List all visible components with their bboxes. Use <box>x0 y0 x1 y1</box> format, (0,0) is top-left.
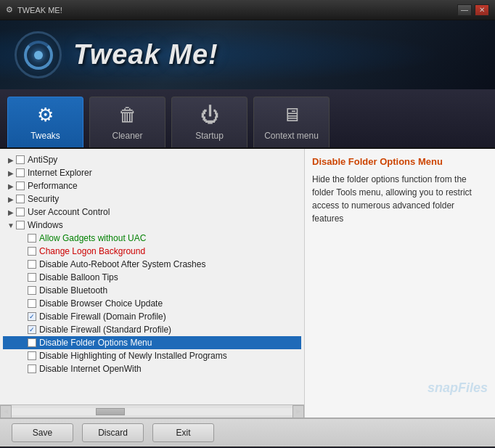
scroll-right-btn[interactable]: ▶ <box>292 405 304 418</box>
checkbox[interactable] <box>28 286 36 295</box>
checkbox[interactable] <box>28 234 36 243</box>
checkbox[interactable] <box>16 195 25 203</box>
checkbox[interactable] <box>28 299 36 308</box>
tree-item-security[interactable]: ▶Security <box>3 192 301 205</box>
tree-scroll[interactable]: ▶AntiSpy▶Internet Explorer▶Performance▶S… <box>0 149 304 404</box>
checkbox[interactable] <box>28 351 36 360</box>
expand-icon <box>17 285 28 296</box>
tree-item-disable-bluetooth[interactable]: Disable Bluetooth <box>3 284 301 297</box>
tree-item-label: AntiSpy <box>28 155 57 165</box>
tree-item-label: Disable Firewall (Domain Profile) <box>39 311 166 322</box>
expand-icon: ▼ <box>6 220 16 230</box>
tree-item-label: Disable Firewall (Standard Profile) <box>39 325 171 335</box>
expand-icon <box>17 246 28 256</box>
checkbox[interactable] <box>16 168 25 177</box>
snapfiles-watermark: snapFiles <box>428 380 488 396</box>
context-icon: 🖥 <box>282 104 301 126</box>
expand-icon <box>17 364 28 374</box>
minimize-button[interactable]: — <box>457 4 472 16</box>
tree-item-disable-firewall-standard[interactable]: Disable Firewall (Standard Profile) <box>3 323 301 336</box>
checkbox[interactable] <box>16 155 25 164</box>
tree-item-allow-gadgets[interactable]: Allow Gadgets without UAC <box>3 232 301 245</box>
tweaks-icon: ⚙ <box>37 104 54 126</box>
description-title: Disable Folder Options Menu <box>312 156 488 167</box>
tree-item-change-logon[interactable]: Change Logon Background <box>3 245 301 258</box>
titlebar-controls: — ✕ <box>457 4 489 16</box>
titlebar-title: TWEAK ME! <box>17 6 62 15</box>
tab-cleaner-label: Cleaner <box>112 131 142 141</box>
tree-item-label: Disable Internet OpenWith <box>39 364 142 374</box>
tree-item-disable-browser-choice[interactable]: Disable Browser Choice Update <box>3 297 301 310</box>
expand-icon: ▶ <box>6 155 16 165</box>
app-icon: ⚙ <box>6 5 13 15</box>
expand-icon: ▶ <box>6 194 16 204</box>
checkbox[interactable] <box>16 182 25 190</box>
tree-item-label: Disable Highlighting of Newly Installed … <box>39 351 227 361</box>
description-panel: Disable Folder Options Menu Hide the fol… <box>305 149 495 418</box>
tree-panel: ▶AntiSpy▶Internet Explorer▶Performance▶S… <box>0 149 305 418</box>
checkbox[interactable] <box>28 273 36 282</box>
tab-context-menu[interactable]: 🖥 Context menu <box>253 97 330 147</box>
tree-item-disable-highlighting[interactable]: Disable Highlighting of Newly Installed … <box>3 349 301 362</box>
tree-item-label: Windows <box>28 220 63 230</box>
checkbox[interactable] <box>28 364 36 373</box>
tree-item-windows[interactable]: ▼Windows <box>3 219 301 232</box>
description-text: Hide the folder options function from th… <box>312 173 488 225</box>
tab-startup-label: Startup <box>195 131 224 141</box>
titlebar: ⚙ TWEAK ME! — ✕ <box>0 0 495 20</box>
tree-item-disable-autoreboot[interactable]: Disable Auto-Reboot After System Crashes <box>3 258 301 271</box>
tab-cleaner[interactable]: 🗑 Cleaner <box>89 97 165 147</box>
cleaner-icon: 🗑 <box>118 104 137 126</box>
logo-inner <box>24 41 53 70</box>
tree-item-label: User Account Control <box>28 207 110 217</box>
save-button[interactable]: Save <box>12 423 73 442</box>
horizontal-scrollbar[interactable]: ◀ ▶ <box>0 404 304 418</box>
tab-startup[interactable]: ⏻ Startup <box>171 97 248 147</box>
tree-item-disable-firewall-domain[interactable]: Disable Firewall (Domain Profile) <box>3 310 301 323</box>
expand-icon <box>17 233 28 243</box>
expand-icon <box>17 298 28 309</box>
expand-icon <box>17 311 28 322</box>
tree-item-label: Disable Folder Options Menu <box>39 338 152 348</box>
tab-tweaks-label: Tweaks <box>30 131 60 141</box>
checkbox[interactable] <box>16 221 25 229</box>
tree-item-uac[interactable]: ▶User Account Control <box>3 205 301 219</box>
tree-item-ie[interactable]: ▶Internet Explorer <box>3 166 301 179</box>
checkbox[interactable] <box>28 338 36 347</box>
scroll-track[interactable] <box>12 408 292 415</box>
tree-item-label: Security <box>28 194 59 204</box>
checkbox[interactable] <box>28 312 36 321</box>
expand-icon <box>17 259 28 269</box>
tree-item-disable-folder-options[interactable]: Disable Folder Options Menu <box>3 336 301 349</box>
exit-button[interactable]: Exit <box>152 423 214 442</box>
expand-icon <box>17 272 28 282</box>
checkbox[interactable] <box>16 208 25 216</box>
checkbox[interactable] <box>28 325 36 334</box>
startup-icon: ⏻ <box>200 104 219 126</box>
titlebar-left: ⚙ TWEAK ME! <box>6 5 62 15</box>
checkbox[interactable] <box>28 260 36 269</box>
footer-buttons: Save Discard Exit <box>0 418 495 447</box>
expand-icon <box>17 325 28 335</box>
expand-icon: ▶ <box>6 207 16 217</box>
tree-item-label: Change Logon Background <box>39 246 145 256</box>
scroll-thumb[interactable] <box>96 408 125 415</box>
tree-item-label: Performance <box>28 181 78 191</box>
tree-item-disable-balloon[interactable]: Disable Balloon Tips <box>3 271 301 284</box>
tab-context-label: Context menu <box>264 131 319 141</box>
tree-item-label: Disable Auto-Reboot After System Crashes <box>39 259 205 269</box>
expand-icon <box>17 338 28 348</box>
nav-tabs: ⚙ Tweaks 🗑 Cleaner ⏻ Startup 🖥 Context m… <box>0 89 495 149</box>
tree-item-label: Disable Browser Choice Update <box>39 298 163 309</box>
expand-icon: ▶ <box>6 168 16 178</box>
discard-button[interactable]: Discard <box>82 423 144 442</box>
app-header: Tweak Me! <box>0 20 495 89</box>
tree-item-antispy[interactable]: ▶AntiSpy <box>3 153 301 166</box>
scroll-left-btn[interactable]: ◀ <box>0 405 12 418</box>
tab-tweaks[interactable]: ⚙ Tweaks <box>7 97 83 147</box>
tree-item-disable-internet-openwith[interactable]: Disable Internet OpenWith <box>3 362 301 375</box>
logo <box>15 31 62 78</box>
checkbox[interactable] <box>28 247 36 256</box>
close-button[interactable]: ✕ <box>475 4 489 16</box>
tree-item-performance[interactable]: ▶Performance <box>3 179 301 192</box>
